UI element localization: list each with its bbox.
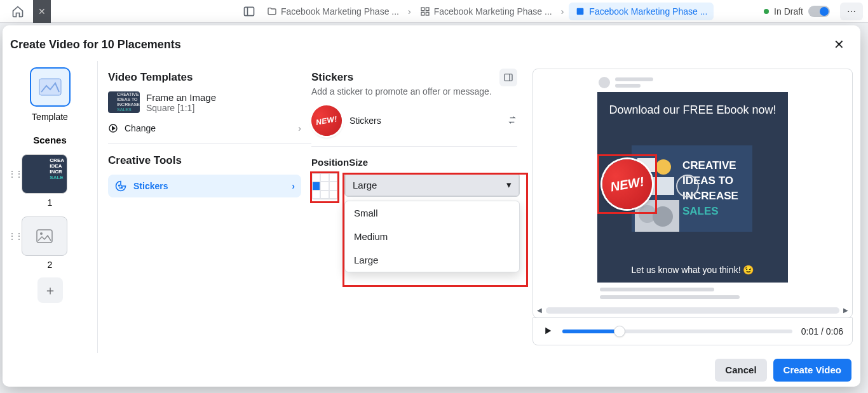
preview-frame: Download our FREE Ebook now! xyxy=(532,69,853,318)
change-label: Change xyxy=(125,123,156,133)
preview-toggle-icon[interactable] xyxy=(499,69,517,86)
size-option-large[interactable]: Large xyxy=(345,248,519,272)
drag-handle-icon[interactable]: ⋮⋮ xyxy=(8,234,15,238)
post-meta-skeleton xyxy=(597,283,788,304)
app-header: ✕ Facebook Marketing Phase ... › Faceboo… xyxy=(0,0,868,23)
template-label: Template xyxy=(32,112,68,122)
creative-tools-heading: Creative Tools xyxy=(108,154,301,167)
avatar xyxy=(599,77,610,88)
size-dropdown: Small Medium Large xyxy=(344,201,520,272)
chevron-right-icon: › xyxy=(298,123,301,133)
create-video-button[interactable]: Create Video xyxy=(773,359,851,382)
size-option-small[interactable]: Small xyxy=(345,201,519,225)
template-card[interactable] xyxy=(30,67,71,107)
close-icon[interactable]: ✕ xyxy=(38,6,46,17)
breadcrumb-label: Facebook Marketing Phase ... xyxy=(589,6,707,17)
svg-rect-2 xyxy=(426,8,429,11)
post-preview: Download our FREE Ebook now! xyxy=(597,73,788,304)
stickers-subtext: Add a sticker to promote an offer or mes… xyxy=(311,86,492,97)
svg-point-8 xyxy=(40,232,43,235)
breadcrumb: Facebook Marketing Phase ... › Facebook … xyxy=(263,3,764,20)
breadcrumb-campaign[interactable]: Facebook Marketing Phase ... xyxy=(263,4,403,19)
video-hero: Download our FREE Ebook now! xyxy=(597,92,788,283)
size-select[interactable]: Large ▾ xyxy=(344,173,520,197)
play-button[interactable] xyxy=(542,325,553,338)
panel-toggle-icon[interactable] xyxy=(240,5,258,18)
svg-rect-6 xyxy=(39,79,61,95)
svg-rect-12 xyxy=(505,74,512,81)
template-aspect: Square [1:1] xyxy=(146,103,216,113)
home-icon[interactable] xyxy=(5,0,31,23)
change-template-button[interactable]: Change › xyxy=(108,123,301,133)
seek-knob[interactable] xyxy=(614,326,625,336)
scene-number: 1 xyxy=(3,197,97,208)
time-display: 0:01 / 0:06 xyxy=(801,326,843,336)
play-outline-icon xyxy=(108,123,118,133)
breadcrumb-label: Facebook Marketing Phase ... xyxy=(281,6,399,17)
svg-rect-3 xyxy=(421,12,424,15)
caret-down-icon: ▾ xyxy=(506,179,512,190)
stickers-tool-item[interactable]: Stickers › xyxy=(108,175,301,197)
create-video-modal: Create Video for 10 Placements ✕ Templat… xyxy=(3,25,860,387)
tutorial-highlight xyxy=(597,154,657,214)
position-size-label: PositionSize xyxy=(311,157,517,168)
modal-body: Template Scenes ⋮⋮ CREAIDEAINCRSALE 1 ⋮⋮… xyxy=(3,61,860,353)
selected-template: CREATIVEIDEAS TOINCREASESALES Frame an I… xyxy=(108,91,301,113)
svg-rect-4 xyxy=(426,12,429,15)
sticker-row-label: Stickers xyxy=(349,116,381,126)
status-toggle[interactable] xyxy=(808,6,830,17)
seek-slider[interactable] xyxy=(562,330,792,333)
sticker-icon xyxy=(114,180,127,192)
hero-bottom-text: Let us know what you think! 😉 xyxy=(597,265,788,275)
templates-column: Video Templates CREATIVEIDEAS TOINCREASE… xyxy=(98,61,311,353)
draft-status: In Draft ⋯ xyxy=(764,3,863,20)
size-option-medium[interactable]: Medium xyxy=(345,225,519,248)
status-dot-icon xyxy=(764,9,769,14)
preview-horizontal-scrollbar[interactable]: ◀ ▶ xyxy=(537,307,848,314)
drag-handle-icon[interactable]: ⋮⋮ xyxy=(8,172,15,176)
svg-rect-1 xyxy=(421,8,424,11)
post-header-skeleton xyxy=(597,73,788,92)
stickers-panel: Stickers Add a sticker to promote an off… xyxy=(311,61,527,353)
modal-header: Create Video for 10 Placements ✕ xyxy=(3,25,860,61)
sticker-preview-badge: NEW! xyxy=(309,103,344,138)
modal-close-button[interactable]: ✕ xyxy=(829,34,849,55)
logo-placeholder-icon xyxy=(676,175,699,197)
cancel-button[interactable]: Cancel xyxy=(715,359,766,382)
scene-number: 2 xyxy=(3,260,97,270)
svg-rect-7 xyxy=(37,230,52,243)
scene-2[interactable]: ⋮⋮ xyxy=(3,216,97,256)
svg-rect-0 xyxy=(245,7,254,15)
breadcrumb-ad[interactable]: Facebook Marketing Phase ... xyxy=(569,3,714,20)
position-cell-selected[interactable] xyxy=(312,182,320,190)
scene-1[interactable]: ⋮⋮ CREAIDEAINCRSALE xyxy=(3,154,97,194)
add-scene-button[interactable]: ＋ xyxy=(37,277,63,303)
breadcrumb-adset[interactable]: Facebook Marketing Phase ... xyxy=(416,4,556,19)
chevron-right-icon: › xyxy=(408,6,411,17)
status-text: In Draft xyxy=(774,6,803,17)
modal-title: Create Video for 10 Placements xyxy=(10,38,181,51)
breadcrumb-label: Facebook Marketing Phase ... xyxy=(434,6,552,17)
position-grid[interactable] xyxy=(311,173,338,199)
scene-thumbnail[interactable] xyxy=(22,216,67,256)
stickers-tool-label: Stickers xyxy=(133,181,168,191)
stickers-heading: Stickers xyxy=(311,71,492,84)
more-menu-icon[interactable]: ⋯ xyxy=(840,3,863,20)
svg-point-10 xyxy=(119,185,120,186)
dark-tab[interactable]: ✕ xyxy=(33,0,51,23)
modal-footer: Cancel Create Video xyxy=(3,353,860,387)
scenes-heading: Scenes xyxy=(33,135,67,145)
swap-sticker-button[interactable] xyxy=(507,115,517,127)
chevron-left-icon[interactable]: ◀ xyxy=(537,307,542,314)
svg-rect-5 xyxy=(577,8,584,15)
video-player-bar: 0:01 / 0:06 xyxy=(532,317,853,345)
preview-column: Download our FREE Ebook now! xyxy=(527,61,860,353)
chevron-right-icon: › xyxy=(292,181,295,191)
scene-thumbnail[interactable]: CREAIDEAINCRSALE xyxy=(22,154,67,194)
template-thumbnail: CREATIVEIDEAS TOINCREASESALES xyxy=(108,91,140,113)
video-templates-heading: Video Templates xyxy=(108,71,301,84)
chevron-right-icon[interactable]: ▶ xyxy=(843,307,848,314)
hero-top-text: Download our FREE Ebook now! xyxy=(597,92,788,128)
size-selected-value: Large xyxy=(353,180,377,190)
close-icon: ✕ xyxy=(834,37,844,52)
